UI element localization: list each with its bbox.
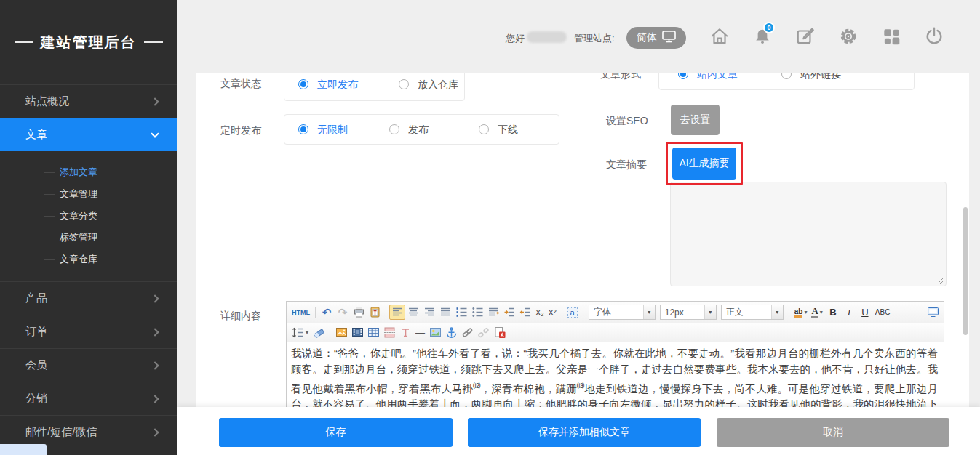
- align-center-icon[interactable]: [405, 305, 421, 320]
- apps-grid-icon[interactable]: [881, 26, 901, 47]
- vertical-scrollbar-thumb[interactable]: [963, 207, 968, 335]
- blockquote-icon[interactable]: [485, 305, 501, 320]
- redo-icon[interactable]: ↷: [335, 305, 351, 320]
- anchor-icon[interactable]: [443, 325, 459, 340]
- underline-button[interactable]: U: [857, 305, 873, 320]
- chevron-right-icon: [151, 97, 159, 105]
- dropdown-arrow-icon: ▾: [643, 305, 655, 319]
- seo-label: 设置SEO: [606, 115, 648, 128]
- power-logout-icon[interactable]: [924, 26, 944, 47]
- submenu-add-article[interactable]: 添加文章: [60, 161, 177, 183]
- notification-bell-icon[interactable]: 0: [752, 26, 773, 47]
- tree-tick: [44, 172, 55, 173]
- horizontal-rule-button[interactable]: —: [413, 325, 427, 340]
- radio-no-limit-label[interactable]: 无限制: [317, 124, 348, 137]
- radio-to-warehouse[interactable]: [399, 79, 409, 89]
- bold-button[interactable]: B: [825, 305, 841, 320]
- dropdown-arrow-icon: ▾: [704, 305, 716, 319]
- unlink-icon[interactable]: [475, 325, 491, 340]
- dropdown-arrow-icon: ▾: [820, 309, 823, 315]
- radio-site-article-label[interactable]: 站内文章: [697, 73, 738, 81]
- radio-publish[interactable]: [389, 124, 399, 134]
- sidebar-item-distribution[interactable]: 分销: [0, 382, 177, 415]
- insert-video-icon[interactable]: [349, 325, 365, 340]
- unordered-list-icon[interactable]: [469, 305, 485, 320]
- remove-format-icon[interactable]: [311, 325, 327, 340]
- form-panel: 文章形式 站内文章 站外链接 文章状态 立即发布 放入仓库 定时发布 无限制 发…: [196, 73, 969, 455]
- outdent-icon[interactable]: [517, 305, 533, 320]
- page-break-icon[interactable]: [381, 325, 397, 340]
- radio-offline-label[interactable]: 下线: [498, 124, 518, 137]
- cancel-button[interactable]: 取消: [717, 418, 949, 447]
- articles-submenu: 添加文章 文章管理 文章分类 标签管理 文章仓库: [0, 151, 177, 281]
- word-import-icon[interactable]: [491, 325, 507, 340]
- subscript-button[interactable]: X₂: [533, 305, 546, 320]
- seo-setup-button[interactable]: 去设置: [671, 105, 720, 135]
- insert-map-icon[interactable]: [427, 325, 443, 340]
- save-and-add-similar-button[interactable]: 保存并添加相似文章: [468, 418, 701, 447]
- radio-no-limit[interactable]: [298, 124, 308, 134]
- align-left-icon[interactable]: [389, 305, 405, 320]
- format-brush-icon[interactable]: [397, 325, 413, 340]
- language-preview-button[interactable]: 简体: [626, 27, 686, 49]
- editor-toolbar-row1: HTML ↶ ↷ X₂ X²: [287, 302, 944, 323]
- undo-icon[interactable]: ↶: [319, 305, 335, 320]
- article-status-label: 文章状态: [220, 78, 261, 91]
- monitor-icon: [662, 31, 676, 45]
- edit-icon[interactable]: [795, 26, 816, 47]
- sidebar-item-label: 文章: [25, 128, 47, 142]
- submenu-article-category[interactable]: 文章分类: [60, 205, 177, 227]
- app-title: 建站管理后台: [41, 33, 137, 52]
- radio-publish-now-label[interactable]: 立即发布: [317, 78, 358, 92]
- admin-app: 建站管理后台 站点概况 文章 添加文章 文章管理 文章分类 标签管理 文章仓库 …: [0, 0, 980, 455]
- superscript-button[interactable]: X²: [546, 305, 559, 320]
- font-color-button[interactable]: A▾: [809, 305, 824, 320]
- align-justify-icon[interactable]: [437, 305, 453, 320]
- ai-generate-summary-button[interactable]: AI生成摘要: [672, 148, 736, 180]
- sidebar-item-label: 站点概况: [25, 94, 69, 108]
- submenu-tag-manage[interactable]: 标签管理: [60, 227, 177, 249]
- top-header: 您好 管理站点: 简体 0: [177, 0, 980, 73]
- print-icon[interactable]: [351, 305, 367, 320]
- italic-button[interactable]: I: [841, 305, 857, 320]
- chevron-right-icon: [151, 428, 159, 436]
- chevron-right-icon: [151, 294, 159, 302]
- radio-publish-now[interactable]: [298, 79, 308, 89]
- html-source-button[interactable]: HTML: [290, 305, 312, 320]
- settings-gear-icon[interactable]: [838, 26, 859, 47]
- main-area: 您好 管理站点: 简体 0: [177, 0, 980, 455]
- chevron-right-icon: [151, 395, 159, 403]
- char-border-button[interactable]: a: [565, 305, 580, 320]
- radio-to-warehouse-label[interactable]: 放入仓库: [418, 78, 458, 92]
- submenu-article-manage[interactable]: 文章管理: [60, 183, 177, 205]
- font-size-select[interactable]: 12px▾: [660, 305, 717, 320]
- ordered-list-icon[interactable]: [453, 305, 469, 320]
- insert-table-icon[interactable]: [365, 325, 381, 340]
- sidebar-item-orders[interactable]: 订单: [0, 315, 177, 348]
- summary-textarea[interactable]: [670, 182, 947, 286]
- paragraph-format-select[interactable]: 正文▾: [721, 305, 784, 320]
- radio-publish-label[interactable]: 发布: [408, 124, 429, 137]
- sidebar-item-site-overview[interactable]: 站点概况: [0, 84, 177, 118]
- strikethrough-button[interactable]: ABC: [873, 305, 893, 320]
- fullscreen-icon[interactable]: [925, 305, 941, 320]
- indent-icon[interactable]: [501, 305, 517, 320]
- insert-link-icon[interactable]: [459, 325, 475, 340]
- line-height-button[interactable]: ▾: [290, 325, 311, 340]
- radio-offline[interactable]: [479, 124, 489, 134]
- save-button[interactable]: 保存: [219, 418, 453, 447]
- paste-text-icon[interactable]: [367, 305, 383, 320]
- font-family-select[interactable]: 字体▾: [589, 305, 656, 320]
- highlight-color-button[interactable]: ab▾: [792, 305, 810, 320]
- home-icon[interactable]: [709, 26, 730, 47]
- chevron-right-icon: [151, 328, 159, 336]
- sidebar-item-products[interactable]: 产品: [0, 281, 177, 315]
- sidebar-item-articles[interactable]: 文章: [0, 118, 177, 151]
- tree-tick: [44, 194, 55, 195]
- insert-image-icon[interactable]: [333, 325, 349, 340]
- summary-label: 文章摘要: [606, 158, 647, 172]
- sidebar-item-members[interactable]: 会员: [0, 348, 177, 382]
- align-right-icon[interactable]: [421, 305, 437, 320]
- submenu-article-warehouse[interactable]: 文章仓库: [60, 249, 177, 270]
- radio-external-link-label[interactable]: 站外链接: [800, 73, 841, 81]
